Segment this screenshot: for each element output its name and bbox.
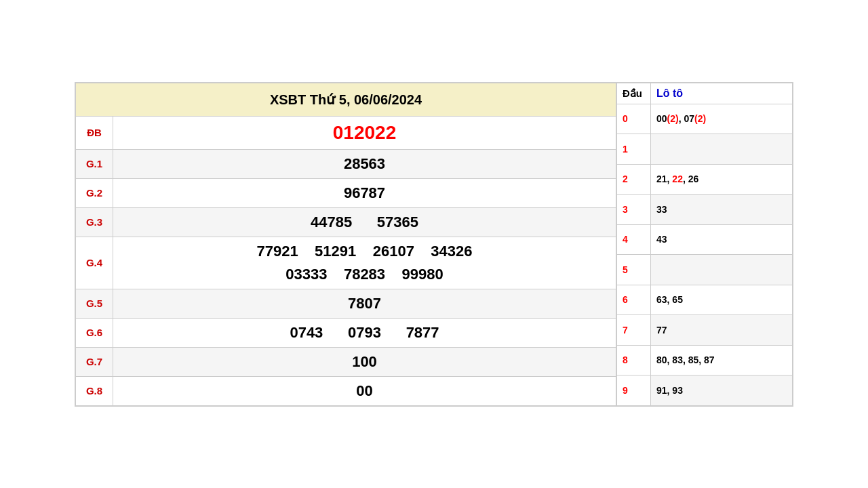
loto-values bbox=[651, 255, 793, 285]
prize-row: G.6 0743 0793 7877 bbox=[76, 318, 616, 347]
prize-row-g4: G.4 77921 51291 26107 34326 03333 78283 … bbox=[76, 237, 616, 289]
loto-row: 4 43 bbox=[617, 224, 793, 255]
prize-row: G.2 96787 bbox=[76, 178, 616, 207]
main-container: XSBT Thứ 5, 06/06/2024 ĐB 012022 G.1 285… bbox=[75, 82, 793, 407]
loto-row: 5 bbox=[617, 255, 793, 285]
loto-values: 00(2), 07(2) bbox=[651, 104, 793, 134]
loto-row: 2 21, 22, 26 bbox=[617, 164, 793, 195]
prize-label: G.3 bbox=[76, 207, 113, 237]
loto-row: 3 33 bbox=[617, 195, 793, 225]
loto-dau: 8 bbox=[617, 345, 651, 375]
prize-value: 96787 bbox=[113, 178, 616, 207]
loto-row: 8 80, 83, 85, 87 bbox=[617, 345, 793, 375]
prize-value: 100 bbox=[113, 347, 616, 376]
loto-dau: 5 bbox=[617, 255, 651, 285]
loto-header-dau: Đầu bbox=[617, 83, 651, 104]
prize-label: ĐB bbox=[76, 116, 113, 149]
prize-value: 7807 bbox=[113, 289, 616, 318]
loto-values: 77 bbox=[651, 315, 793, 346]
loto-values: 43 bbox=[651, 224, 793, 255]
prize-value: 77921 51291 26107 34326 03333 78283 9998… bbox=[113, 237, 616, 289]
loto-values: 91, 93 bbox=[651, 375, 793, 406]
loto-dau: 6 bbox=[617, 285, 651, 315]
loto-row: 6 63, 65 bbox=[617, 285, 793, 315]
prize-label: G.4 bbox=[76, 237, 113, 289]
prize-row: G.7 100 bbox=[76, 347, 616, 376]
prize-label: G.6 bbox=[76, 318, 113, 347]
prize-label: G.7 bbox=[76, 347, 113, 376]
prize-value: 00 bbox=[113, 376, 616, 405]
loto-dau: 2 bbox=[617, 164, 651, 195]
prize-label: G.5 bbox=[76, 289, 113, 318]
prize-value: 44785 57365 bbox=[113, 207, 616, 237]
loto-values: 80, 83, 85, 87 bbox=[651, 345, 793, 375]
prize-label: G.8 bbox=[76, 376, 113, 405]
prize-value: 012022 bbox=[113, 116, 616, 149]
loto-row: 0 00(2), 07(2) bbox=[617, 104, 793, 134]
loto-header-loto: Lô tô bbox=[651, 83, 793, 104]
loto-values: 63, 65 bbox=[651, 285, 793, 315]
loto-values bbox=[651, 134, 793, 165]
prize-row: G.8 00 bbox=[76, 376, 616, 405]
loto-dau: 9 bbox=[617, 375, 651, 406]
loto-values: 21, 22, 26 bbox=[651, 164, 793, 195]
results-table: XSBT Thứ 5, 06/06/2024 ĐB 012022 G.1 285… bbox=[75, 83, 616, 406]
loto-row: 7 77 bbox=[617, 315, 793, 346]
prize-label: G.2 bbox=[76, 178, 113, 207]
prize-value: 0743 0793 7877 bbox=[113, 318, 616, 347]
loto-row: 9 91, 93 bbox=[617, 375, 793, 406]
prize-label: G.1 bbox=[76, 149, 113, 178]
prize-row: ĐB 012022 bbox=[76, 116, 616, 149]
loto-dau: 0 bbox=[617, 104, 651, 134]
table-title: XSBT Thứ 5, 06/06/2024 bbox=[76, 83, 616, 116]
loto-dau: 7 bbox=[617, 315, 651, 346]
loto-dau: 3 bbox=[617, 195, 651, 225]
prize-row: G.3 44785 57365 bbox=[76, 207, 616, 237]
loto-dau: 4 bbox=[617, 224, 651, 255]
loto-table: Đầu Lô tô 0 00(2), 07(2) 1 2 21, 22, 26 … bbox=[616, 83, 793, 406]
prize-row: G.5 7807 bbox=[76, 289, 616, 318]
loto-row: 1 bbox=[617, 134, 793, 165]
loto-dau: 1 bbox=[617, 134, 651, 165]
loto-values: 33 bbox=[651, 195, 793, 225]
prize-row: G.1 28563 bbox=[76, 149, 616, 178]
prize-value: 28563 bbox=[113, 149, 616, 178]
